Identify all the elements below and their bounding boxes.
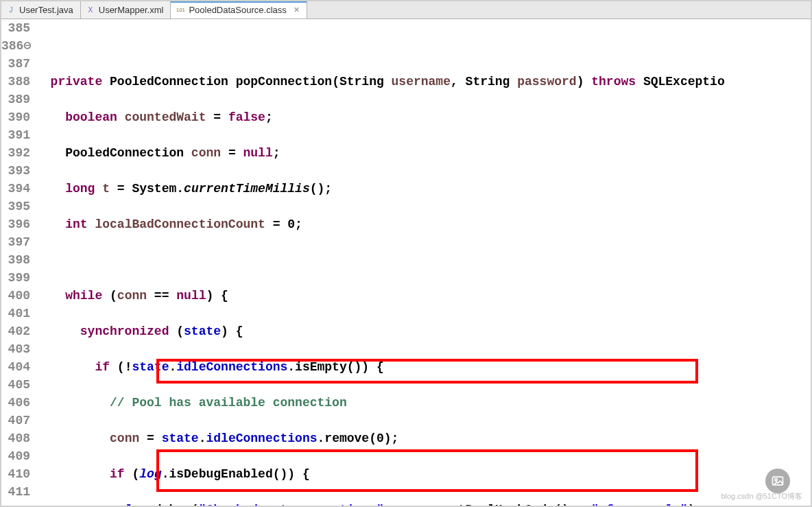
line-number: 390 xyxy=(1,108,30,126)
line-number: 385 xyxy=(1,19,30,37)
tab-label: PooledDataSource.class xyxy=(189,5,286,15)
code-line: boolean countedWait = false; xyxy=(36,108,811,126)
close-icon[interactable]: ✕ xyxy=(294,5,300,14)
code-line xyxy=(36,37,811,55)
tab-pooleddatasource[interactable]: 101 PooledDataSource.class ✕ xyxy=(171,1,307,19)
code-line: PooledConnection conn = null; xyxy=(36,144,811,162)
editor[interactable]: 385 386⊖ 387 388 389 390 391 392 393 394… xyxy=(1,19,811,506)
xml-file-icon: X xyxy=(85,5,96,16)
code-line: private PooledConnection popConnection(S… xyxy=(36,73,811,91)
line-number: 400 xyxy=(1,287,30,305)
line-number: 404 xyxy=(1,358,30,376)
line-number: 405 xyxy=(1,376,30,394)
svg-point-1 xyxy=(775,479,777,481)
line-number: 410 xyxy=(1,465,30,483)
image-overlay-button[interactable] xyxy=(765,469,790,493)
code-line: conn = state.idleConnections.remove(0); xyxy=(36,429,811,447)
line-number: 393 xyxy=(1,162,30,180)
code-line: while (conn == null) { xyxy=(36,287,811,305)
line-number: 411 xyxy=(1,483,30,501)
line-number: 408 xyxy=(1,429,30,447)
editor-tabs: J UserTest.java X UserMapper.xml 101 Poo… xyxy=(1,1,811,19)
line-number: 392 xyxy=(1,144,30,162)
tab-usertest[interactable]: J UserTest.java xyxy=(1,1,81,19)
line-number: 403 xyxy=(1,340,30,358)
code-line: // Pool has available connection xyxy=(36,394,811,412)
code-line: if (log.isDebugEnabled()) { xyxy=(36,465,811,483)
line-number: 401 xyxy=(1,305,30,322)
line-number: 406 xyxy=(1,394,30,412)
picture-icon xyxy=(771,474,785,488)
class-file-icon: 101 xyxy=(175,5,186,16)
line-number: 396 xyxy=(1,215,30,233)
line-number: 399 xyxy=(1,269,30,287)
tab-label: UserMapper.xml xyxy=(99,5,164,15)
code-line xyxy=(36,251,811,269)
code-area[interactable]: private PooledConnection popConnection(S… xyxy=(34,19,811,506)
line-number: 389 xyxy=(1,91,30,108)
java-file-icon: J xyxy=(5,5,16,16)
line-number: 386⊖ xyxy=(1,37,30,55)
line-number: 407 xyxy=(1,412,30,429)
line-number: 397 xyxy=(1,233,30,251)
line-number: 394 xyxy=(1,180,30,198)
code-line: if (!state.idleConnections.isEmpty()) { xyxy=(36,358,811,376)
watermark-text: blog.csdn @51CTO博客 xyxy=(721,491,802,502)
line-number: 388 xyxy=(1,73,30,91)
code-line: synchronized (state) { xyxy=(36,322,811,340)
line-number: 409 xyxy=(1,447,30,465)
line-number: 398 xyxy=(1,251,30,269)
line-number: 402 xyxy=(1,322,30,340)
line-number: 395 xyxy=(1,198,30,215)
code-line: log.debug("Checked out connection " + co… xyxy=(36,501,811,507)
line-number: 387 xyxy=(1,55,30,73)
line-number: 391 xyxy=(1,126,30,144)
code-line: long t = System.currentTimeMillis(); xyxy=(36,180,811,198)
line-number-gutter: 385 386⊖ 387 388 389 390 391 392 393 394… xyxy=(1,19,34,506)
code-line: int localBadConnectionCount = 0; xyxy=(36,215,811,233)
tab-usermapper[interactable]: X UserMapper.xml xyxy=(81,1,171,19)
tab-label: UserTest.java xyxy=(19,5,73,15)
